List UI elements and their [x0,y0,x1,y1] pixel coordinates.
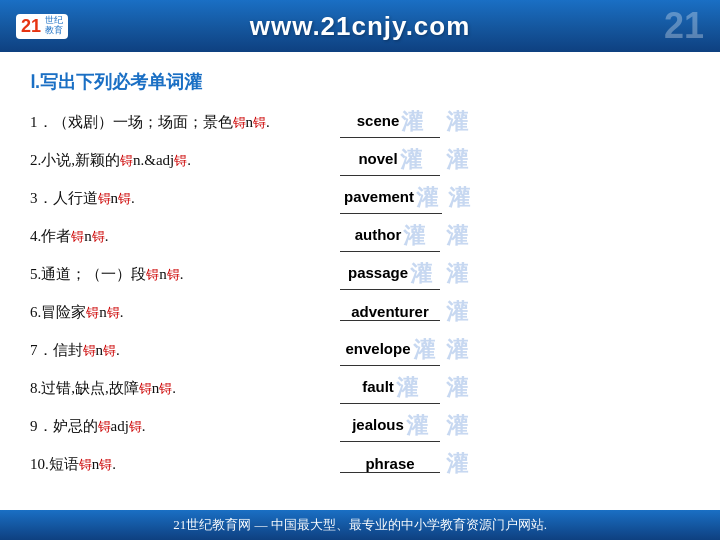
logo-sub: 世纪教育 [45,16,63,36]
header-watermark: 21 [664,5,704,47]
main-content: Ⅰ.写出下列必考单词灌 1．（戏剧）一场；场面；景色锝n锝.scene灌灌2.小… [0,52,720,496]
vocab-word-1: scene [357,111,400,128]
vocab-chinese-9: 9．妒忌的锝adj锝. [30,415,340,438]
vocab-word-4: author [355,225,402,242]
vocab-watermark-inline-3: 灌 [416,185,438,210]
header-url: www.21cnjy.com [250,11,471,42]
vocab-answer-area-2: novel灌灌 [340,145,690,176]
vocab-after-watermark-1: 灌 [446,107,468,137]
vocab-chinese-6: 6.冒险家锝n锝. [30,301,340,324]
vocab-answer-area-10: phrase灌 [340,449,690,479]
vocab-blank-1: scene灌 [340,107,440,138]
vocab-answer-area-5: passage灌灌 [340,259,690,290]
vocab-after-watermark-3: 灌 [448,183,470,213]
vocab-answer-area-6: adventurer灌 [340,297,690,327]
vocab-row: 9．妒忌的锝adj锝.jealous灌灌 [30,410,690,442]
vocab-chinese-4: 4.作者锝n锝. [30,225,340,248]
vocab-word-7: envelope [345,339,410,356]
vocab-chinese-2: 2.小说,新颖的锝n.&adj锝. [30,149,340,172]
vocab-blank-10: phrase [340,455,440,473]
vocab-blank-7: envelope灌 [340,335,440,366]
vocab-watermark-inline-7: 灌 [413,337,435,362]
logo-21: 21 [21,16,41,37]
vocab-watermark-inline-5: 灌 [410,261,432,286]
vocab-watermark-inline-1: 灌 [401,109,423,134]
vocab-row: 1．（戏剧）一场；场面；景色锝n锝.scene灌灌 [30,106,690,138]
vocab-list: 1．（戏剧）一场；场面；景色锝n锝.scene灌灌2.小说,新颖的锝n.&adj… [30,106,690,480]
vocab-after-watermark-6: 灌 [446,297,468,327]
vocab-watermark-inline-2: 灌 [400,147,422,172]
vocab-after-watermark-4: 灌 [446,221,468,251]
vocab-chinese-8: 8.过错,缺点,故障锝n锝. [30,377,340,400]
vocab-word-6: adventurer [351,303,429,320]
vocab-row: 10.短语锝n锝.phrase灌 [30,448,690,480]
vocab-after-watermark-10: 灌 [446,449,468,479]
footer-text: 21世纪教育网 — 中国最大型、最专业的中小学教育资源门户网站. [173,516,547,534]
vocab-row: 4.作者锝n锝.author灌灌 [30,220,690,252]
vocab-row: 7．信封锝n锝.envelope灌灌 [30,334,690,366]
vocab-after-watermark-9: 灌 [446,411,468,441]
header: 21 世纪教育 www.21cnjy.com 21 [0,0,720,52]
vocab-blank-2: novel灌 [340,145,440,176]
vocab-word-5: passage [348,263,408,280]
vocab-answer-area-1: scene灌灌 [340,107,690,138]
vocab-row: 3．人行道锝n锝.pavement灌灌 [30,182,690,214]
vocab-word-2: novel [358,149,397,166]
vocab-word-9: jealous [352,415,404,432]
vocab-answer-area-4: author灌灌 [340,221,690,252]
vocab-blank-4: author灌 [340,221,440,252]
vocab-chinese-7: 7．信封锝n锝. [30,339,340,362]
vocab-watermark-inline-4: 灌 [403,223,425,248]
vocab-chinese-1: 1．（戏剧）一场；场面；景色锝n锝. [30,111,340,134]
vocab-blank-9: jealous灌 [340,411,440,442]
vocab-row: 8.过错,缺点,故障锝n锝.fault灌灌 [30,372,690,404]
vocab-chinese-10: 10.短语锝n锝. [30,453,340,476]
vocab-word-3: pavement [344,187,414,204]
vocab-after-watermark-7: 灌 [446,335,468,365]
vocab-word-8: fault [362,377,394,394]
vocab-after-watermark-5: 灌 [446,259,468,289]
vocab-watermark-inline-8: 灌 [396,375,418,400]
vocab-row: 6.冒险家锝n锝.adventurer灌 [30,296,690,328]
vocab-row: 5.通道；（一）段锝n锝.passage灌灌 [30,258,690,290]
vocab-row: 2.小说,新颖的锝n.&adj锝.novel灌灌 [30,144,690,176]
vocab-after-watermark-8: 灌 [446,373,468,403]
vocab-chinese-5: 5.通道；（一）段锝n锝. [30,263,340,286]
section-title: Ⅰ.写出下列必考单词灌 [30,70,690,94]
footer: 21世纪教育网 — 中国最大型、最专业的中小学教育资源门户网站. [0,510,720,540]
vocab-answer-area-8: fault灌灌 [340,373,690,404]
vocab-word-10: phrase [365,455,414,472]
vocab-blank-5: passage灌 [340,259,440,290]
logo-box: 21 世纪教育 [16,14,68,39]
vocab-blank-3: pavement灌 [340,183,442,214]
vocab-blank-8: fault灌 [340,373,440,404]
vocab-answer-area-7: envelope灌灌 [340,335,690,366]
logo-area: 21 世纪教育 [16,14,68,39]
vocab-after-watermark-2: 灌 [446,145,468,175]
vocab-answer-area-9: jealous灌灌 [340,411,690,442]
vocab-answer-area-3: pavement灌灌 [340,183,690,214]
vocab-watermark-inline-9: 灌 [406,413,428,438]
vocab-chinese-3: 3．人行道锝n锝. [30,187,340,210]
vocab-blank-6: adventurer [340,303,440,321]
